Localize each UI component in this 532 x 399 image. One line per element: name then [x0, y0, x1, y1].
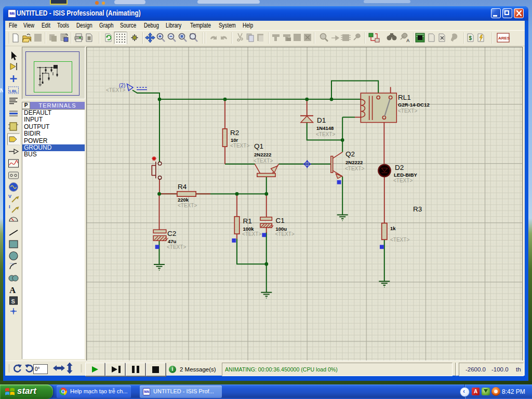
svg-text:RL1: RL1 [398, 94, 411, 101]
svg-text:A: A [9, 285, 16, 295]
svg-text:220k: 220k [178, 197, 189, 203]
svg-text:S: S [11, 298, 15, 304]
svg-text:1k: 1k [390, 225, 396, 231]
svg-text:$: $ [469, 35, 472, 41]
svg-text:2N2222: 2N2222 [345, 159, 363, 165]
svg-text:D2: D2 [395, 164, 404, 171]
svg-text:<TEXT>: <TEXT> [254, 158, 273, 164]
svg-text:R4: R4 [178, 183, 187, 191]
svg-text:D1: D1 [317, 116, 326, 124]
svg-text:R1: R1 [243, 217, 252, 225]
svg-text:A: A [406, 38, 410, 43]
svg-text:V: V [8, 194, 11, 199]
svg-text:G2R-14-DC12: G2R-14-DC12 [398, 102, 430, 108]
svg-text:<TEXT>: <TEXT> [106, 87, 125, 93]
svg-text:2N2222: 2N2222 [254, 152, 271, 157]
svg-text:47u: 47u [168, 238, 177, 244]
svg-text:LBL: LBL [9, 89, 18, 94]
svg-text:Q1: Q1 [254, 142, 263, 150]
svg-text:<TEXT>: <TEXT> [345, 166, 364, 171]
svg-text:LED-BIBY: LED-BIBY [394, 172, 418, 178]
svg-text:1N4148: 1N4148 [316, 125, 334, 131]
svg-text:<TEXT>: <TEXT> [242, 231, 261, 237]
svg-text:R3: R3 [413, 205, 422, 213]
svg-text:I: I [9, 204, 10, 209]
svg-text:C1: C1 [276, 217, 285, 224]
svg-text:<TEXT>: <TEXT> [167, 244, 186, 250]
svg-text:<TEXT>: <TEXT> [230, 143, 249, 149]
svg-text:<TEXT>: <TEXT> [390, 237, 409, 243]
svg-text:<TEXT>: <TEXT> [275, 231, 295, 237]
svg-text:C2: C2 [167, 230, 176, 237]
svg-text:100k: 100k [243, 226, 255, 232]
svg-text:ARES: ARES [498, 36, 510, 41]
svg-text:<TEXT>: <TEXT> [398, 108, 417, 114]
svg-text:<TEXT>: <TEXT> [178, 203, 197, 208]
svg-text:<TEXT>: <TEXT> [316, 131, 335, 137]
svg-text:Q2: Q2 [345, 150, 355, 158]
svg-text:<TEXT>: <TEXT> [393, 178, 413, 183]
svg-text:R2: R2 [230, 129, 239, 137]
svg-text:10r: 10r [231, 137, 238, 143]
svg-text:100u: 100u [276, 226, 287, 232]
